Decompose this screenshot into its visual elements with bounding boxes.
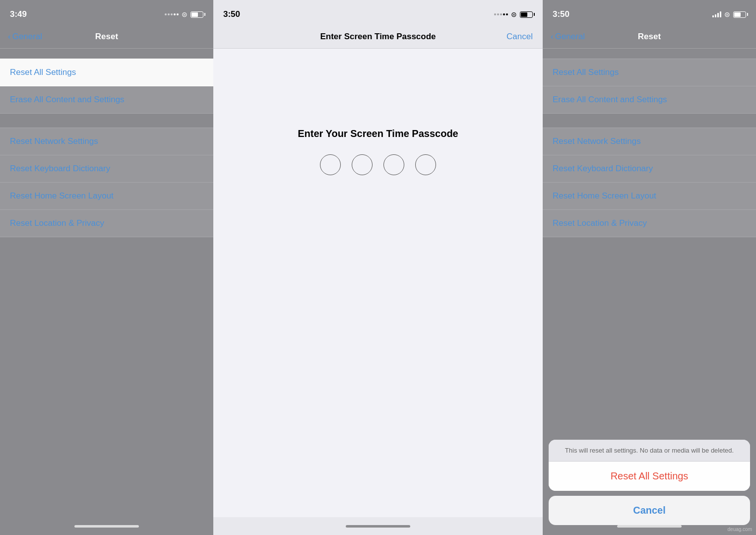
middle-signal-dot-4 — [503, 13, 505, 15]
right-back-label: General — [555, 32, 585, 42]
signal-dot-2 — [168, 13, 170, 15]
middle-signal-dot-5 — [506, 13, 508, 15]
signal-dot-4 — [174, 13, 176, 15]
right-home-indicator — [543, 517, 756, 535]
right-item-homescreen[interactable]: Reset Home Screen Layout — [543, 183, 756, 210]
signal-bar-4 — [720, 11, 721, 17]
right-item-location[interactable]: Reset Location & Privacy — [543, 210, 756, 237]
left-item-homescreen[interactable]: Reset Home Screen Layout — [0, 183, 213, 210]
middle-battery-icon — [520, 11, 533, 18]
passcode-nav-title: Enter Screen Time Passcode — [320, 32, 436, 42]
middle-panel: 3:50 ⊜ Enter Screen Time Passcode Cancel… — [213, 0, 543, 535]
right-signal-bars — [712, 11, 721, 17]
signal-bar-2 — [715, 14, 716, 17]
passcode-dot-3 — [383, 154, 404, 175]
right-item-erase-all[interactable]: Erase All Content and Settings — [543, 86, 756, 114]
watermark-text: deuag.com — [728, 527, 752, 532]
left-chevron-icon: ‹ — [8, 32, 11, 42]
middle-home-bar — [346, 525, 410, 528]
middle-signal-dot-2 — [497, 13, 499, 15]
left-group-1: Reset All Settings Erase All Content and… — [0, 59, 213, 114]
left-back-button[interactable]: ‹ General — [8, 32, 42, 42]
middle-time: 3:50 — [223, 9, 240, 19]
left-panel: 3:49 ⊜ ‹ General Reset Reset All Setting… — [0, 0, 213, 535]
left-item-reset-all-settings[interactable]: Reset All Settings — [0, 59, 213, 86]
passcode-dot-2 — [352, 154, 373, 175]
right-panel: 3:50 ⊜ ‹ General Reset Reset All Setting… — [543, 0, 756, 535]
middle-home-indicator — [213, 517, 543, 535]
signal-dot-5 — [177, 13, 179, 15]
left-status-bar: 3:49 ⊜ — [0, 0, 213, 25]
left-group-2: Reset Network Settings Reset Keyboard Di… — [0, 128, 213, 237]
right-battery-icon — [733, 11, 746, 18]
left-list: Reset All Settings Erase All Content and… — [0, 49, 213, 517]
right-back-button[interactable]: ‹ General — [551, 32, 585, 42]
signal-bar-1 — [712, 15, 714, 17]
right-home-bar — [617, 525, 682, 528]
passcode-dot-1 — [320, 154, 341, 175]
right-status-bar: 3:50 ⊜ — [543, 0, 756, 25]
right-item-network[interactable]: Reset Network Settings — [543, 128, 756, 155]
left-nav-bar: ‹ General Reset — [0, 25, 213, 49]
left-wifi-icon: ⊜ — [182, 10, 188, 18]
left-nav-title: Reset — [95, 32, 118, 42]
left-time: 3:49 — [10, 9, 27, 19]
passcode-content: Enter Your Screen Time Passcode — [213, 49, 543, 517]
passcode-cancel-button[interactable]: Cancel — [506, 32, 533, 42]
right-battery-fill — [734, 12, 741, 17]
left-item-keyboard[interactable]: Reset Keyboard Dictionary — [0, 155, 213, 183]
right-group-2: Reset Network Settings Reset Keyboard Di… — [543, 128, 756, 237]
middle-signal-dots — [494, 13, 508, 15]
passcode-nav-bar: Enter Screen Time Passcode Cancel — [213, 25, 543, 49]
right-chevron-icon: ‹ — [551, 32, 554, 42]
left-back-label: General — [12, 32, 42, 42]
left-battery-fill — [191, 12, 198, 17]
left-item-network[interactable]: Reset Network Settings — [0, 128, 213, 155]
passcode-dot-4 — [415, 154, 436, 175]
left-item-erase-all[interactable]: Erase All Content and Settings — [0, 86, 213, 114]
left-status-icons: ⊜ — [165, 10, 203, 18]
middle-status-bar: 3:50 ⊜ — [213, 0, 543, 25]
right-status-icons: ⊜ — [712, 10, 746, 18]
right-nav-title: Reset — [638, 32, 661, 42]
signal-dot-3 — [171, 13, 173, 15]
passcode-prompt-text: Enter Your Screen Time Passcode — [298, 128, 458, 139]
action-sheet-confirm-button[interactable]: Reset All Settings — [549, 462, 750, 491]
right-nav-bar: ‹ General Reset — [543, 25, 756, 49]
middle-wifi-icon: ⊜ — [511, 10, 517, 18]
middle-battery-fill — [521, 12, 527, 17]
right-group-1: Reset All Settings Erase All Content and… — [543, 59, 756, 114]
left-battery-icon — [190, 11, 203, 18]
left-signal-dots — [165, 13, 179, 15]
left-home-indicator — [0, 517, 213, 535]
signal-bar-3 — [717, 13, 719, 17]
middle-signal-dot-3 — [500, 13, 502, 15]
right-item-reset-all-settings[interactable]: Reset All Settings — [543, 59, 756, 86]
right-item-keyboard[interactable]: Reset Keyboard Dictionary — [543, 155, 756, 183]
left-item-location[interactable]: Reset Location & Privacy — [0, 210, 213, 237]
signal-dot-1 — [165, 13, 167, 15]
middle-status-icons: ⊜ — [494, 10, 533, 18]
right-time: 3:50 — [553, 9, 569, 19]
passcode-dots-container — [320, 154, 436, 175]
left-home-bar — [74, 525, 139, 528]
right-wifi-icon: ⊜ — [724, 10, 730, 18]
action-sheet-message: This will reset all settings. No data or… — [549, 440, 750, 462]
middle-signal-dot-1 — [494, 13, 496, 15]
action-sheet-group: This will reset all settings. No data or… — [549, 440, 750, 491]
